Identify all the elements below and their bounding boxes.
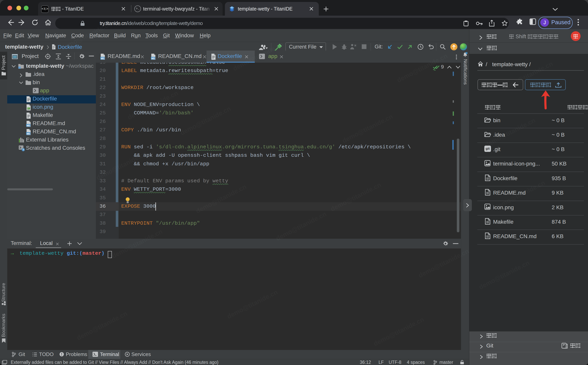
svg-text:MD: MD [101, 57, 104, 60]
svg-text:MD: MD [151, 57, 155, 60]
svg-text:MD: MD [27, 133, 30, 135]
svg-text:MD: MD [27, 124, 30, 127]
